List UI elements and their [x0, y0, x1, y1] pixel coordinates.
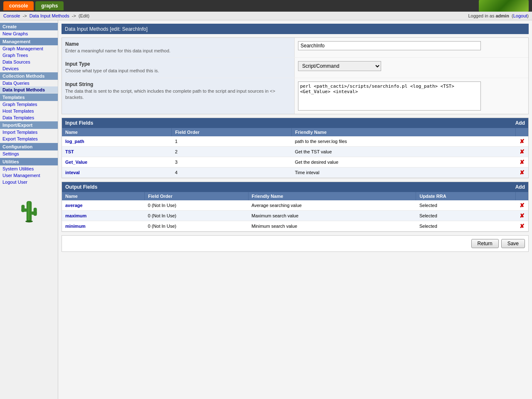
output-field-name-link[interactable]: average	[65, 203, 83, 208]
input-field-name-cell: Get_Value	[62, 157, 172, 167]
input-type-select[interactable]: Script/Command SNMP SNMP Query Script Qu…	[298, 61, 381, 71]
input-string-label-cell: Input String The data that is sent to th…	[62, 78, 295, 114]
output-fields-add-link[interactable]: Add	[515, 184, 525, 190]
input-field-order-cell: 3	[172, 157, 292, 167]
input-fields-section: Input Fields Add Name Field Order Friend…	[62, 118, 529, 178]
output-field-friendly-name-cell: Average searching value	[248, 200, 416, 211]
input-fields-add-link[interactable]: Add	[515, 120, 525, 126]
save-button[interactable]: Save	[501, 239, 525, 248]
input-fields-table: Name Field Order Friendly Name log_path …	[62, 128, 528, 178]
input-fields-header-row: Name Field Order Friendly Name	[62, 128, 528, 136]
output-field-delete-cell: ✘	[516, 221, 528, 231]
graphs-tab[interactable]: graphs	[35, 1, 64, 10]
page-title: Data Input Methods	[65, 26, 108, 32]
output-fields-body: average 0 (Not In Use) Average searching…	[62, 200, 528, 232]
input-string-input-cell: perl <path_cacti>/scripts/searchinfo.pl …	[295, 78, 528, 114]
input-string-row: Input String The data that is sent to th…	[62, 78, 528, 114]
name-input-cell	[295, 38, 528, 57]
output-field-name-link[interactable]: minimum	[65, 224, 86, 229]
input-field-friendly-name-cell: path to the server.log files	[291, 136, 515, 147]
sidebar-item-data-input-methods[interactable]: Data Input Methods	[0, 86, 58, 93]
page-subtitle-text: [edit: SearchInfo]	[110, 26, 148, 32]
sidebar-item-devices[interactable]: Devices	[0, 65, 58, 72]
input-field-name-link[interactable]: inteval	[65, 170, 80, 175]
input-field-delete-cell: ✘	[516, 167, 528, 177]
output-fields-header-row: Name Field Order Friendly Name Update RR…	[62, 192, 528, 200]
sidebar-item-graph-trees[interactable]: Graph Trees	[0, 52, 58, 59]
sidebar-item-logout-user[interactable]: Logout User	[0, 179, 58, 185]
name-input[interactable]	[298, 41, 481, 50]
delete-icon[interactable]: ✘	[520, 169, 525, 176]
config-section-header: Configuration	[0, 143, 58, 150]
create-section-header: Create	[0, 23, 58, 30]
output-field-order-cell: 0 (Not In Use)	[145, 210, 248, 221]
output-fields-header: Output Fields Add	[62, 182, 528, 192]
delete-icon[interactable]: ✘	[520, 202, 525, 209]
table-row: inteval 4 Time inteval ✘	[62, 167, 528, 177]
output-field-delete-cell: ✘	[516, 200, 528, 211]
sidebar-item-system-utilities[interactable]: System Utilities	[0, 165, 58, 172]
svg-rect-5	[28, 202, 30, 220]
input-field-order-cell: 4	[172, 167, 292, 177]
output-field-update-rra-cell: Selected	[416, 200, 516, 211]
breadcrumb-data-input[interactable]: Data Input Methods	[30, 13, 69, 18]
name-description: Enter a meaningful name for this data in…	[65, 48, 291, 54]
input-field-name-cell: log_path	[62, 136, 172, 147]
output-field-name-cell: minimum	[62, 221, 145, 231]
input-field-delete-cell: ✘	[516, 146, 528, 157]
page-header: Data Input Methods [edit: SearchInfo]	[62, 24, 529, 34]
output-field-name-link[interactable]: maximum	[65, 213, 86, 218]
input-type-label-cell: Input Type Choose what type of data inpu…	[62, 58, 295, 77]
input-fields-body: log_path 1 path to the server.log files …	[62, 136, 528, 178]
input-field-name-link[interactable]: log_path	[65, 139, 84, 144]
output-fields-col-friendly-name: Friendly Name	[248, 192, 416, 200]
sidebar-item-data-sources[interactable]: Data Sources	[0, 59, 58, 65]
logo	[479, 0, 529, 12]
top-nav: console graphs	[0, 0, 532, 12]
delete-icon[interactable]: ✘	[520, 138, 525, 145]
output-field-name-cell: maximum	[62, 210, 145, 221]
sidebar-item-user-management[interactable]: User Management	[0, 172, 58, 179]
input-field-order-cell: 2	[172, 146, 292, 157]
return-button[interactable]: Return	[471, 239, 499, 248]
output-fields-title: Output Fields	[65, 184, 97, 190]
delete-icon[interactable]: ✘	[520, 212, 525, 219]
import-export-header: Import/Export	[0, 121, 58, 129]
logged-in-text: Logged in as	[468, 13, 495, 18]
output-fields-table: Name Field Order Friendly Name Update RR…	[62, 192, 528, 232]
input-field-friendly-name-cell: Get the desired value	[291, 157, 515, 167]
input-string-description: The data that is sent to the script, whi…	[65, 88, 291, 101]
sidebar-item-export-templates[interactable]: Export Templates	[0, 135, 58, 142]
sidebar-item-host-templates[interactable]: Host Templates	[0, 108, 58, 114]
utilities-section-header: Utilities	[0, 158, 58, 165]
cactus-decoration	[0, 185, 58, 236]
input-string-textarea[interactable]: perl <path_cacti>/scripts/searchinfo.pl …	[298, 81, 481, 111]
delete-icon[interactable]: ✘	[520, 159, 525, 165]
input-type-input-cell: Script/Command SNMP SNMP Query Script Qu…	[295, 58, 528, 77]
output-field-name-cell: average	[62, 200, 145, 211]
delete-icon[interactable]: ✘	[520, 148, 525, 155]
input-fields-col-action	[516, 128, 528, 136]
sidebar-item-data-templates[interactable]: Data Templates	[0, 114, 58, 121]
sidebar-item-graph-management[interactable]: Graph Management	[0, 45, 58, 52]
breadcrumb-console[interactable]: Console	[3, 13, 20, 18]
output-field-delete-cell: ✘	[516, 210, 528, 221]
sidebar-item-graph-templates[interactable]: Graph Templates	[0, 101, 58, 108]
templates-header: Templates	[0, 94, 58, 101]
input-type-label: Input Type	[65, 61, 291, 67]
name-label-cell: Name Enter a meaningful name for this da…	[62, 38, 295, 57]
management-section-header: Management	[0, 38, 58, 45]
input-field-name-link[interactable]: TST	[65, 149, 74, 154]
sidebar-item-import-templates[interactable]: Import Templates	[0, 129, 58, 135]
input-field-delete-cell: ✘	[516, 136, 528, 147]
delete-icon[interactable]: ✘	[520, 223, 525, 229]
table-row: TST 2 Get the TST value ✘	[62, 146, 528, 157]
input-fields-col-friendly-name: Friendly Name	[291, 128, 515, 136]
input-field-name-link[interactable]: Get_Value	[65, 160, 87, 165]
console-tab[interactable]: console	[3, 1, 34, 10]
logout-link[interactable]: Logout	[513, 13, 527, 18]
table-row: log_path 1 path to the server.log files …	[62, 136, 528, 147]
sidebar-item-settings[interactable]: Settings	[0, 150, 58, 157]
sidebar-item-data-queries[interactable]: Data Queries	[0, 80, 58, 86]
sidebar-item-new-graphs[interactable]: New Graphs	[0, 30, 58, 37]
